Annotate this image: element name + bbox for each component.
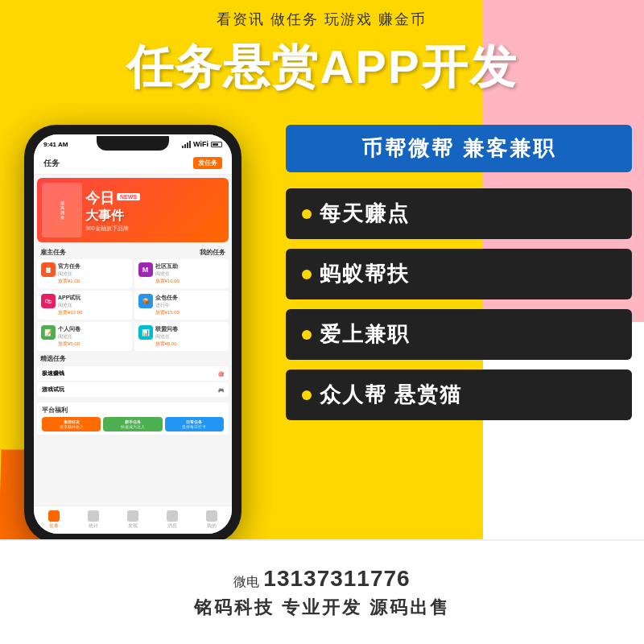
task-icon-6: 📊 bbox=[138, 325, 153, 340]
phone-banner: 超 高 佣 金 今日 NEWS 大事件 360金融旗下品牌 bbox=[37, 178, 229, 242]
task-item[interactable]: 🛍 APP试玩 阅览任 放置¥12.00 bbox=[37, 291, 132, 320]
feature-label-3: 爱上兼职 bbox=[320, 320, 410, 349]
tab-message[interactable]: 消息 bbox=[167, 510, 178, 530]
phone-tabbar: 任务 统计 发现 消息 bbox=[34, 506, 232, 534]
feature-label-1: 每天赚点 bbox=[320, 200, 410, 228]
banner-subtitle: 360金融旗下品牌 bbox=[85, 225, 224, 233]
platform-benefits: 平台福利 推荐好友 坐享额外收入 新手任务 快速成为达人 日常任务 坚持每日打卡 bbox=[37, 402, 229, 435]
feature-item-1: 每天赚点 bbox=[286, 188, 632, 239]
selected-tasks-section: 极速赚钱 🎯 游戏试玩 🎮 bbox=[34, 365, 232, 400]
task-icon-5: 📝 bbox=[41, 325, 56, 340]
blue-header-text: 币帮微帮 兼客兼职 bbox=[302, 134, 616, 163]
tab-profile-icon bbox=[206, 510, 217, 522]
phone-screen: 9:41 AM WiFi 任务 发任务 bbox=[34, 134, 232, 534]
page-wrapper: 看资讯 做任务 玩游戏 赚金币 任务悬赏APP开发 9:41 AM WiFi bbox=[0, 0, 644, 644]
task-status-5: 阅览任 bbox=[58, 333, 128, 341]
main-title: 任务悬赏APP开发 bbox=[0, 36, 644, 99]
status-time: 9:41 AM bbox=[43, 141, 68, 148]
top-tagline: 看资讯 做任务 玩游戏 赚金币 bbox=[0, 10, 644, 29]
tab-discover-icon bbox=[127, 510, 138, 522]
phone-number: 13137311776 bbox=[263, 566, 410, 592]
task-header: 雇主任务 我的任务 bbox=[34, 246, 232, 259]
feature-item-4: 众人帮 悬赏猫 bbox=[286, 369, 632, 420]
tab-tasks[interactable]: 任务 bbox=[48, 510, 60, 530]
feature-dot-4 bbox=[302, 390, 312, 400]
tab-discover-label: 发现 bbox=[128, 522, 138, 530]
feature-item-2: 蚂蚁帮扶 bbox=[286, 249, 632, 299]
task-item[interactable]: 📋 官方任务 阅览任 放置¥1.00 bbox=[37, 259, 132, 288]
bottom-info: 微电 13137311776 铭码科技 专业开发 源码出售 bbox=[0, 539, 644, 644]
phone-outer: 9:41 AM WiFi 任务 发任务 bbox=[24, 125, 242, 543]
task-status-4: 进行中 bbox=[155, 302, 225, 309]
signal-icon bbox=[182, 141, 191, 148]
task-name-5: 个人问卷 bbox=[58, 325, 128, 333]
task-reward-1: 放置¥1.00 bbox=[58, 278, 128, 285]
task-icon-2: M bbox=[138, 262, 153, 277]
phone-mockup: 9:41 AM WiFi 任务 发任务 bbox=[24, 125, 242, 543]
task-item[interactable]: 📦 众包任务 进行中 放置¥15.00 bbox=[134, 291, 229, 320]
status-icons: WiFi bbox=[182, 140, 222, 148]
task-icon-1: 📋 bbox=[41, 262, 56, 277]
tab-tasks-label: 任务 bbox=[49, 522, 59, 530]
task-info-6: 联盟问卷 阅览任 放置¥8.00 bbox=[155, 325, 225, 348]
feature-label-4: 众人帮 悬赏猫 bbox=[320, 381, 462, 409]
feature-label-2: 蚂蚁帮扶 bbox=[320, 260, 410, 288]
tab-discover[interactable]: 发现 bbox=[127, 510, 138, 530]
employer-tasks-label: 雇主任务 bbox=[40, 248, 66, 257]
selected-task-1[interactable]: 极速赚钱 🎯 bbox=[37, 366, 229, 381]
task-info-5: 个人问卷 阅览任 放置¥5.00 bbox=[58, 325, 128, 348]
task-reward-5: 放置¥5.00 bbox=[58, 341, 128, 348]
blue-header-box: 币帮微帮 兼客兼职 bbox=[286, 125, 632, 172]
benefits-label: 平台福利 bbox=[42, 406, 224, 415]
tab-message-icon bbox=[167, 510, 178, 522]
benefit-item-2[interactable]: 新手任务 快速成为达人 bbox=[103, 417, 162, 431]
task-name-2: 社区互助 bbox=[155, 262, 225, 270]
banner-left: 超 高 佣 金 bbox=[42, 183, 82, 237]
banner-big-title: 大事件 bbox=[85, 208, 224, 225]
nav-right[interactable]: 发任务 bbox=[193, 157, 222, 169]
benefits-grid: 推荐好友 坐享额外收入 新手任务 快速成为达人 日常任务 坚持每日打卡 bbox=[42, 417, 224, 431]
benefit-item-1[interactable]: 推荐好友 坐享额外收入 bbox=[42, 417, 101, 431]
task-reward-2: 放置¥10.00 bbox=[155, 278, 225, 285]
selected-tasks-label: 精选任务 bbox=[34, 351, 232, 365]
tab-profile[interactable]: 我的 bbox=[206, 510, 217, 530]
bottom-tagline: 铭码科技 专业开发 源码出售 bbox=[194, 596, 450, 620]
task-reward-4: 放置¥15.00 bbox=[155, 309, 225, 316]
task-status-1: 阅览任 bbox=[58, 270, 128, 278]
task-status-3: 阅览任 bbox=[58, 302, 128, 309]
task-reward-6: 放置¥8.00 bbox=[155, 341, 225, 348]
phone-label: 微电 bbox=[233, 574, 259, 591]
task-status-2: 阅览任 bbox=[155, 270, 225, 278]
news-badge: NEWS bbox=[117, 193, 140, 200]
task-status-6: 阅览任 bbox=[155, 333, 225, 341]
task-name-1: 官方任务 bbox=[58, 262, 128, 270]
task-item[interactable]: M 社区互助 阅览任 放置¥10.00 bbox=[134, 259, 229, 288]
task-icon-4: 📦 bbox=[138, 294, 153, 308]
task-icon-3: 🛍 bbox=[41, 294, 56, 308]
feature-dot-2 bbox=[302, 270, 312, 279]
nav-left: 任务 bbox=[43, 158, 60, 169]
my-tasks-label: 我的任务 bbox=[200, 248, 225, 257]
feature-item-3: 爱上兼职 bbox=[286, 309, 632, 360]
wifi-icon: WiFi bbox=[193, 140, 208, 148]
phone-notch bbox=[97, 136, 169, 151]
tab-stats[interactable]: 统计 bbox=[88, 510, 99, 530]
task-info-1: 官方任务 阅览任 放置¥1.00 bbox=[58, 262, 128, 285]
task-info-3: APP试玩 阅览任 放置¥12.00 bbox=[58, 294, 128, 316]
tab-tasks-icon bbox=[48, 510, 60, 522]
task-reward-3: 放置¥12.00 bbox=[58, 309, 128, 316]
phone-top-nav: 任务 发任务 bbox=[34, 152, 232, 175]
tab-profile-label: 我的 bbox=[207, 522, 217, 530]
task-item[interactable]: 📊 联盟问卷 阅览任 放置¥8.00 bbox=[134, 322, 229, 351]
tab-stats-label: 统计 bbox=[89, 522, 98, 530]
task-name-6: 联盟问卷 bbox=[155, 325, 225, 333]
task-name-4: 众包任务 bbox=[155, 294, 225, 302]
task-item[interactable]: 📝 个人问卷 阅览任 放置¥5.00 bbox=[37, 322, 132, 351]
right-content: 币帮微帮 兼客兼职 每天赚点 蚂蚁帮扶 爱上兼职 众人帮 悬赏猫 bbox=[286, 125, 632, 430]
benefit-item-3[interactable]: 日常任务 坚持每日打卡 bbox=[165, 417, 224, 431]
battery-icon bbox=[211, 142, 222, 147]
selected-task-2[interactable]: 游戏试玩 🎮 bbox=[37, 382, 229, 397]
contact-line: 微电 13137311776 bbox=[233, 566, 410, 592]
feature-dot-1 bbox=[302, 209, 312, 219]
task-info-2: 社区互助 阅览任 放置¥10.00 bbox=[155, 262, 225, 285]
